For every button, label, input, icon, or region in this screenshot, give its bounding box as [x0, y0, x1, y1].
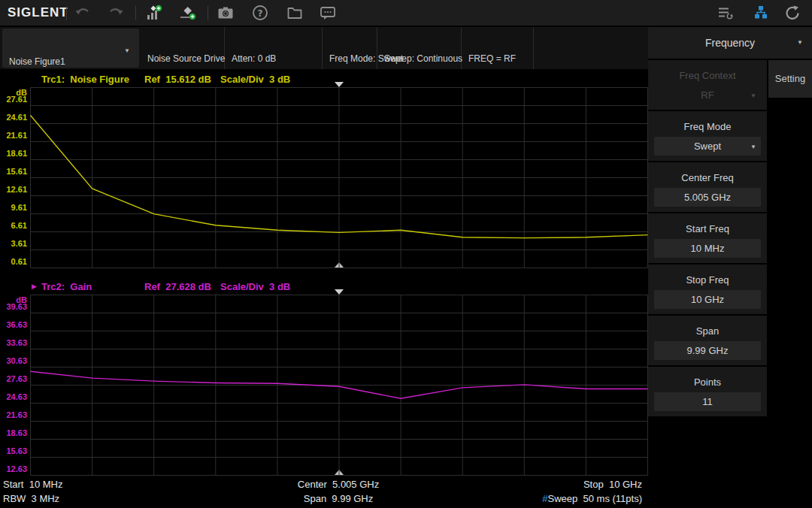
- toolbar-separator: [135, 6, 136, 20]
- y-axis-tick: 24.61: [0, 113, 27, 122]
- message-icon[interactable]: [319, 4, 338, 22]
- tab-setting-label: Setting: [775, 73, 805, 84]
- chart-1: Trc1: Noise Figure Ref 15.612 dB Scale/D…: [0, 72, 648, 270]
- y-axis-tick: 18.63: [0, 428, 27, 438]
- sidebar-item-stop-freq[interactable]: Stop Freq10 GHz: [648, 265, 767, 314]
- freq-mode-value: Freq Mode: Swept: [329, 53, 377, 65]
- chevron-down-icon: ▼: [124, 45, 130, 56]
- sidebar-item-center-freq[interactable]: Center Freq5.005 GHz: [648, 162, 767, 212]
- y-axis-tick: 24.63: [0, 392, 27, 402]
- add-marker-icon[interactable]: [179, 4, 198, 22]
- trace-selector-line1: Noise Figure1: [9, 56, 139, 68]
- sweep-time-readout: #Sweep 50 ms (11pts): [542, 493, 642, 504]
- sidebar-item-value[interactable]: 5.005 GHz: [654, 188, 761, 207]
- chevron-down-icon: ▼: [797, 27, 803, 59]
- sidebar-item-label: Freq Mode: [648, 111, 767, 137]
- sidebar-item-points[interactable]: Points11: [648, 367, 767, 416]
- chevron-down-icon: ▼: [750, 86, 756, 105]
- mode-layout-dut-cell: Freq Mode: Swept Layout: Graph DUT:Ampli…: [323, 27, 377, 69]
- start-freq-readout: Start 10 MHz: [3, 479, 62, 490]
- center-freq-marker-top: [335, 82, 344, 87]
- span-readout: Span 9.99 GHz: [211, 493, 466, 504]
- history-icon[interactable]: [783, 4, 803, 22]
- y-axis-tick: 33.63: [0, 338, 27, 348]
- sidebar-item-label: Span: [648, 316, 767, 341]
- add-trace-icon[interactable]: [144, 4, 164, 22]
- sidebar-item-label: Points: [648, 367, 767, 392]
- sidebar-item-value[interactable]: 10 GHz: [654, 290, 761, 309]
- network-icon[interactable]: [752, 4, 771, 22]
- sidebar-item-value[interactable]: 9.99 GHz: [654, 341, 761, 360]
- y-axis-tick: 21.61: [0, 131, 27, 141]
- trace1-title: Trc1: Noise Figure: [41, 74, 129, 85]
- sidebar-item-label: Freq Context: [648, 60, 767, 86]
- y-axis-tick: 36.63: [0, 320, 27, 330]
- y-axis-tick: 3.61: [0, 239, 27, 249]
- sidebar-item-label: Stop Freq: [648, 265, 767, 290]
- y-axis-tick: 18.61: [0, 149, 27, 159]
- rbw-readout: RBW 3 MHz: [3, 493, 59, 504]
- y-axis-tick: 9.61: [0, 203, 27, 213]
- stop-freq-readout: Stop 10 GHz: [583, 479, 642, 490]
- sweep-mode-value: Sweep: Continuous: [384, 53, 461, 65]
- noise-source-cell: Noise Source Drive Plugged In: [141, 27, 225, 69]
- sidebar-item-value[interactable]: Swept▼: [654, 137, 761, 156]
- camera-icon[interactable]: [217, 4, 236, 22]
- svg-text:?: ?: [258, 8, 263, 19]
- siglent-logo: SIGLENT: [8, 5, 68, 20]
- sidebar-item-freq-mode[interactable]: Freq ModeSwept▼: [648, 111, 767, 161]
- redo-icon[interactable]: [107, 4, 126, 22]
- trace1-ref-level: Ref 15.612 dB: [144, 74, 211, 85]
- help-icon[interactable]: ?: [251, 4, 271, 22]
- toolbar-separator: [66, 6, 67, 20]
- trace2-title: Trc2: Gain: [41, 281, 92, 292]
- tab-setting[interactable]: Setting: [768, 60, 812, 98]
- y-axis-tick: 15.61: [0, 167, 27, 177]
- y-axis-tick: 21.63: [0, 410, 27, 420]
- top-toolbar: SIGLENT ?: [0, 0, 812, 26]
- atten-value: Atten: 0 dB: [232, 53, 322, 65]
- y-axis-tick: 27.63: [0, 374, 27, 384]
- task-list-icon[interactable]: [716, 4, 735, 22]
- y-axis-tick: 39.63: [0, 302, 27, 312]
- sidebar-item-start-freq[interactable]: Start Freq10 MHz: [648, 213, 767, 263]
- sidebar-menu-header[interactable]: Frequency ▼: [648, 27, 812, 59]
- file-icon[interactable]: [286, 4, 305, 22]
- sidebar-item-label: Center Freq: [648, 162, 767, 188]
- y-axis-tick: 12.61: [0, 185, 27, 195]
- trace2-ref-level: Ref 27.628 dB: [144, 281, 211, 292]
- active-trace-icon: ▶: [32, 283, 37, 290]
- undo-icon[interactable]: [74, 4, 93, 22]
- sidebar-item-value[interactable]: 11: [654, 392, 761, 411]
- sidebar-item-label: Start Freq: [648, 213, 767, 239]
- noise-source-label: Noise Source Drive: [147, 53, 224, 65]
- y-axis-tick: 27.61: [0, 95, 27, 104]
- graticule-and-trace: [30, 295, 648, 476]
- center-freq-readout: Center 5.005 GHz: [211, 479, 466, 490]
- sidebar-item-value[interactable]: 10 MHz: [654, 239, 761, 258]
- y-axis-tick: 15.63: [0, 446, 27, 456]
- sidebar-item-value: RF▼: [654, 86, 761, 104]
- toolbar-separator: [208, 6, 208, 20]
- y-axis-tick: 12.63: [0, 464, 27, 474]
- atten-preamp-cell: Atten: 0 dB Preamp: On: [225, 27, 323, 69]
- annotation-bar: Start 10 MHz RBW 3 MHz Center 5.005 GHz …: [0, 476, 648, 508]
- chart-2: ▶ Trc2: Gain Ref 27.628 dB Scale/Div 3 d…: [0, 280, 648, 477]
- sidebar-menu-title: Frequency: [705, 37, 755, 49]
- status-bar-spacer: [534, 27, 648, 69]
- y-axis-tick: 6.61: [0, 221, 27, 231]
- y-axis-tick: 30.63: [0, 356, 27, 366]
- center-freq-marker-top: [335, 289, 344, 295]
- trace-selector[interactable]: Noise Figure1 Noise Figure ▼: [2, 29, 139, 68]
- y-axis-tick: 0.61: [0, 257, 27, 267]
- sidebar-menu: Freq ContextRF▼Freq ModeSwept▼Center Fre…: [648, 60, 767, 418]
- sweep-hash-flag: #: [542, 493, 547, 504]
- freq-enr-cali-cell: FREQ = RF ENR CALI: [462, 27, 534, 69]
- sweep-cell: Sweep: Continuous: [377, 27, 462, 69]
- sidebar-item-span[interactable]: Span9.99 GHz: [648, 316, 767, 365]
- chevron-down-icon: ▼: [750, 138, 756, 156]
- freq-rf-value: FREQ = RF: [468, 53, 533, 65]
- trace1-scale-div: Scale/Div 3 dB: [220, 74, 290, 85]
- trace2-scale-div: Scale/Div 3 dB: [220, 281, 290, 292]
- sidebar-item-freq-context: Freq ContextRF▼: [648, 60, 767, 110]
